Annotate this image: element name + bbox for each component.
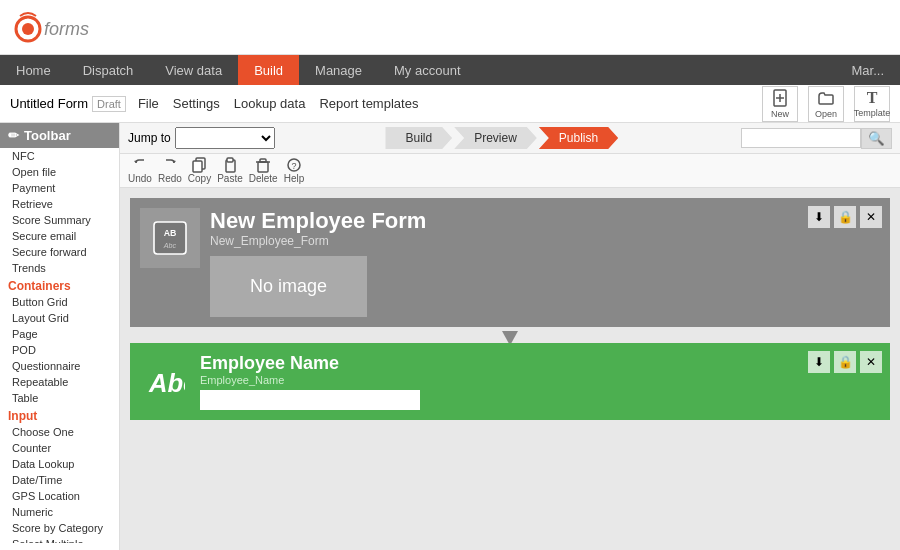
form-lock-button[interactable]: 🔒 [834,206,856,228]
settings-link[interactable]: Settings [173,96,220,111]
paste-label: Paste [217,173,243,184]
employee-name-title: Employee Name [200,353,880,374]
form-block-actions: ⬇ 🔒 ✕ [808,206,882,228]
employee-name-block: Abc Employee Name Employee_Name ⬇ 🔒 ✕ [130,343,890,420]
field-delete-button[interactable]: ✕ [860,351,882,373]
search-input[interactable] [741,128,861,148]
form-delete-button[interactable]: ✕ [860,206,882,228]
employee-name-input-container [200,390,880,410]
search-button[interactable]: 🔍 [861,128,892,149]
nav-mar[interactable]: Mar... [835,55,900,85]
form-status-badge: Draft [92,96,126,112]
redo-label: Redo [158,173,182,184]
field-download-button[interactable]: ⬇ [808,351,830,373]
delete-label: Delete [249,173,278,184]
sidebar-item-payment[interactable]: Payment [0,180,119,196]
redo-button[interactable]: Redo [158,157,182,184]
employee-name-subtitle: Employee_Name [200,374,880,386]
nav-dispatch[interactable]: Dispatch [67,55,150,85]
content-area: Jump to Build Preview Publish 🔍 Undo [120,123,900,550]
svg-point-1 [22,23,34,35]
sidebar-item-questionnaire[interactable]: Questionnaire [0,358,119,374]
sidebar-item-gpslocation[interactable]: GPS Location [0,488,119,504]
svg-rect-12 [260,159,266,162]
svg-text:forms: forms [44,19,89,39]
new-button[interactable]: New [762,86,798,122]
file-link[interactable]: File [138,96,159,111]
svg-rect-10 [258,162,268,172]
form-subtitle: New_Employee_Form [210,234,880,248]
form-title: New Employee Form [210,208,880,234]
paste-button[interactable]: Paste [217,157,243,184]
sidebar-header: ✏ Toolbar [0,123,119,148]
sidebar-scroll: NFC Open file Payment Retrieve Score Sum… [0,148,119,543]
sidebar-item-secureemail[interactable]: Secure email [0,228,119,244]
svg-rect-9 [227,158,233,162]
field-block-content: Employee Name Employee_Name [200,353,880,410]
step-preview[interactable]: Preview [454,127,537,149]
sidebar-item-scoresummary[interactable]: Score Summary [0,212,119,228]
template-button[interactable]: T Template [854,86,890,122]
help-button[interactable]: ? Help [284,157,305,184]
sidebar-section-input: Input [0,406,119,424]
logo: forms [10,7,120,47]
delete-button[interactable]: Delete [249,157,278,184]
sidebar-item-repeatable[interactable]: Repeatable [0,374,119,390]
field-icon: Abc [140,357,190,407]
no-image-placeholder: No image [210,256,367,317]
jump-to-label: Jump to [128,131,171,145]
nav-viewdata[interactable]: View data [149,55,238,85]
sidebar-item-scorebycategory[interactable]: Score by Category [0,520,119,536]
sidebar-item-page[interactable]: Page [0,326,119,342]
sidebar-item-numeric[interactable]: Numeric [0,504,119,520]
build-toolbar: Jump to Build Preview Publish 🔍 [120,123,900,154]
sidebar-item-selectmultiple[interactable]: Select Multiple [0,536,119,543]
sidebar-item-table[interactable]: Table [0,390,119,406]
nav-home[interactable]: Home [0,55,67,85]
field-lock-button[interactable]: 🔒 [834,351,856,373]
form-block-content: New Employee Form New_Employee_Form No i… [210,208,880,317]
lookup-data-link[interactable]: Lookup data [234,96,306,111]
nav-build[interactable]: Build [238,55,299,85]
svg-text:?: ? [291,161,296,171]
form-canvas: AB Abc New Employee Form New_Employee_Fo… [120,188,900,550]
sidebar-item-pod[interactable]: POD [0,342,119,358]
form-icon: AB Abc [140,208,200,268]
employee-name-input[interactable] [200,390,420,410]
toolbar-bar: Untitled Form Draft File Settings Lookup… [0,85,900,123]
sidebar-item-buttongrid[interactable]: Button Grid [0,294,119,310]
main-nav: Home Dispatch View data Build Manage My … [0,55,900,85]
sidebar-section-containers: Containers [0,276,119,294]
sidebar-item-chooseone[interactable]: Choose One [0,424,119,440]
sidebar: ✏ Toolbar NFC Open file Payment Retrieve… [0,123,120,550]
toolbar-bar-right: New Open T Template [762,86,890,122]
step-publish[interactable]: Publish [539,127,618,149]
open-button[interactable]: Open [808,86,844,122]
nav-myaccount[interactable]: My account [378,55,476,85]
sidebar-item-nfc[interactable]: NFC [0,148,119,164]
sidebar-item-layoutgrid[interactable]: Layout Grid [0,310,119,326]
sidebar-item-trends[interactable]: Trends [0,260,119,276]
sidebar-item-datetime[interactable]: Date/Time [0,472,119,488]
sidebar-title: Toolbar [24,128,71,143]
report-templates-link[interactable]: Report templates [319,96,418,111]
field-block-actions: ⬇ 🔒 ✕ [808,351,882,373]
form-download-button[interactable]: ⬇ [808,206,830,228]
jump-to-select[interactable] [175,127,275,149]
copy-button[interactable]: Copy [188,157,211,184]
undo-button[interactable]: Undo [128,157,152,184]
sidebar-item-secureforward[interactable]: Secure forward [0,244,119,260]
copy-label: Copy [188,173,211,184]
nav-manage[interactable]: Manage [299,55,378,85]
sidebar-item-openfile[interactable]: Open file [0,164,119,180]
app-header: forms [0,0,900,55]
form-header-block: AB Abc New Employee Form New_Employee_Fo… [130,198,890,327]
sidebar-item-retrieve[interactable]: Retrieve [0,196,119,212]
svg-rect-7 [193,161,202,172]
search-box: 🔍 [741,128,892,149]
svg-text:Abc: Abc [163,241,177,250]
step-build[interactable]: Build [385,127,452,149]
sidebar-item-counter[interactable]: Counter [0,440,119,456]
icon-toolbar: Undo Redo Copy Paste Delete ? Help [120,154,900,188]
sidebar-item-datalookup[interactable]: Data Lookup [0,456,119,472]
